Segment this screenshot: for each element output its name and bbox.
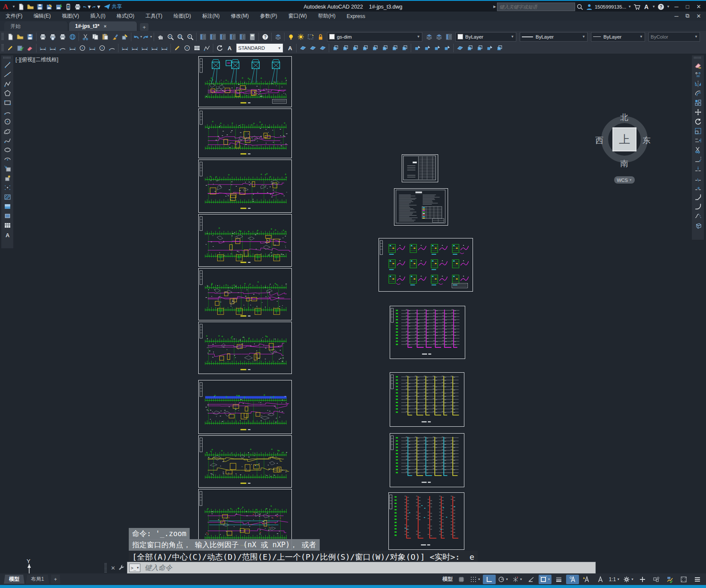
menu-7[interactable]: 标注(N) <box>197 12 225 21</box>
spline-icon[interactable] <box>2 136 12 145</box>
layer-states-icon[interactable] <box>444 32 454 42</box>
tab-close-icon[interactable]: × <box>104 24 106 29</box>
copy-icon[interactable] <box>693 69 703 79</box>
help-icon[interactable]: ? <box>656 2 666 11</box>
spell-check-icon[interactable] <box>15 43 25 53</box>
dimension-style-A-icon[interactable]: A <box>224 43 234 53</box>
toolbar-grip[interactable] <box>1 44 4 52</box>
viewcube-north[interactable]: 北 <box>620 112 628 123</box>
mirror-icon[interactable] <box>693 79 703 88</box>
rectangle-icon[interactable] <box>2 98 12 107</box>
move-icon[interactable] <box>693 107 703 117</box>
command-close-icon[interactable]: ✕ <box>111 565 115 571</box>
pan-icon[interactable] <box>155 32 165 42</box>
sheet-set-manager-icon[interactable] <box>227 32 237 42</box>
jog-line-icon[interactable] <box>202 43 212 53</box>
copy-edges-icon[interactable] <box>390 43 400 53</box>
layer-combo[interactable]: gs-dim ▼ <box>327 32 422 42</box>
menu-12[interactable]: Express <box>341 12 371 21</box>
tab-document[interactable]: 1#-jps_t3* × <box>69 21 137 31</box>
annotation-monitor-button[interactable] <box>636 575 649 584</box>
layer-thaw-icon[interactable] <box>296 32 306 42</box>
construction-line-icon[interactable] <box>2 69 12 79</box>
clean-screen-button[interactable] <box>677 575 690 584</box>
color-edges-icon[interactable] <box>400 43 409 53</box>
copy-clip-icon[interactable] <box>90 32 100 42</box>
thicken-icon[interactable] <box>475 43 485 53</box>
color-faces-icon[interactable] <box>380 43 390 53</box>
arc-icon[interactable] <box>2 107 12 117</box>
layout-tab-layout1[interactable]: 布局1 <box>26 575 49 584</box>
logo-caret-icon[interactable]: ▼ <box>12 5 15 9</box>
workspace-switching-button[interactable]: ▼ <box>622 575 635 584</box>
layer-walk-icon[interactable] <box>306 32 315 42</box>
interfere-icon[interactable] <box>485 43 494 53</box>
circle-icon[interactable] <box>2 117 12 126</box>
table-icon[interactable] <box>2 220 12 230</box>
scale-icon[interactable] <box>693 126 703 136</box>
viewport-controls[interactable]: [-][俯视][二维线框] <box>15 56 58 63</box>
doc-minimize-button[interactable]: ─ <box>671 12 682 20</box>
lineweight-display-toggle[interactable] <box>552 575 565 584</box>
extrude-faces-icon[interactable] <box>330 43 340 53</box>
polar-tracking-toggle[interactable]: ▼ <box>497 575 510 584</box>
erase-icon[interactable] <box>693 60 703 69</box>
rotate-icon[interactable] <box>693 117 703 126</box>
gradient-icon[interactable] <box>2 202 12 211</box>
viewcube-top-face[interactable]: 上 <box>612 127 636 151</box>
color-combo[interactable]: ByLayer ▼ <box>455 32 516 42</box>
hatch-icon[interactable] <box>2 192 12 202</box>
new-tab-button[interactable]: + <box>140 23 148 31</box>
tab-start[interactable]: 开始 <box>4 21 68 31</box>
viewcube-south[interactable]: 南 <box>620 158 628 169</box>
radius-dimension-icon[interactable] <box>77 43 87 53</box>
command-prompt-icon[interactable]: >_▼ <box>129 564 140 572</box>
graphics-performance-button[interactable] <box>664 575 676 584</box>
open-icon[interactable] <box>15 32 25 42</box>
blend-curves-icon[interactable] <box>693 211 703 220</box>
properties-icon[interactable] <box>198 32 208 42</box>
text-style-combo[interactable]: STANDARD ▼ <box>236 43 283 53</box>
offset-icon[interactable] <box>693 88 703 98</box>
ortho-mode-toggle[interactable] <box>483 575 496 584</box>
slice-icon[interactable] <box>465 43 475 53</box>
paste-icon[interactable] <box>100 32 110 42</box>
polygon-icon[interactable] <box>2 88 12 98</box>
revision-cloud-icon[interactable] <box>2 126 12 136</box>
make-object-layer-current-icon[interactable] <box>424 32 434 42</box>
autodesk-apps-icon[interactable]: A <box>642 2 651 11</box>
object-snap-tracking-toggle[interactable] <box>525 575 538 584</box>
ellipse-icon[interactable] <box>2 145 12 154</box>
model-space-button[interactable]: 模型 <box>441 575 454 584</box>
command-bar-handle[interactable]: ✕ <box>103 563 125 573</box>
command-input-bar[interactable]: >_▼ 键入命令 <box>127 562 596 573</box>
qsave-icon[interactable] <box>35 2 45 11</box>
account-name[interactable]: 1505999135... <box>595 4 627 9</box>
lineweight-combo[interactable]: ByLayer ▼ <box>591 32 645 42</box>
save-all-icon[interactable] <box>54 2 64 11</box>
undo-icon[interactable]: ▼ <box>133 32 142 42</box>
continue-dimension-icon[interactable] <box>139 43 149 53</box>
markup-set-manager-icon[interactable] <box>237 32 247 42</box>
viewcube-east[interactable]: 东 <box>642 135 651 146</box>
toolbar-grip[interactable] <box>694 57 702 59</box>
convert-icon[interactable] <box>494 43 504 53</box>
layer-previous-icon[interactable] <box>434 32 444 42</box>
autocad-logo-icon[interactable]: A <box>0 2 11 12</box>
move-faces-icon[interactable] <box>340 43 350 53</box>
linear-dimension-icon[interactable] <box>38 43 48 53</box>
tool-palettes-icon[interactable] <box>218 32 227 42</box>
quick-dimension-icon[interactable] <box>120 43 130 53</box>
union-icon[interactable] <box>298 43 308 53</box>
etransmit-icon[interactable] <box>67 32 77 42</box>
jogged-dimension-icon[interactable] <box>87 43 97 53</box>
snap-mode-toggle[interactable]: ▼ <box>469 575 482 584</box>
maximize-button[interactable]: □ <box>682 2 693 11</box>
wrench-icon[interactable] <box>118 564 125 571</box>
intersect-icon[interactable] <box>318 43 327 53</box>
plotstyle-combo[interactable]: ByColor ▼ <box>648 32 700 42</box>
baseline-dimension-icon[interactable] <box>130 43 139 53</box>
design-center-icon[interactable] <box>208 32 218 42</box>
aligned-dimension-icon[interactable] <box>48 43 58 53</box>
annotation-flag-toggle[interactable] <box>594 575 606 584</box>
